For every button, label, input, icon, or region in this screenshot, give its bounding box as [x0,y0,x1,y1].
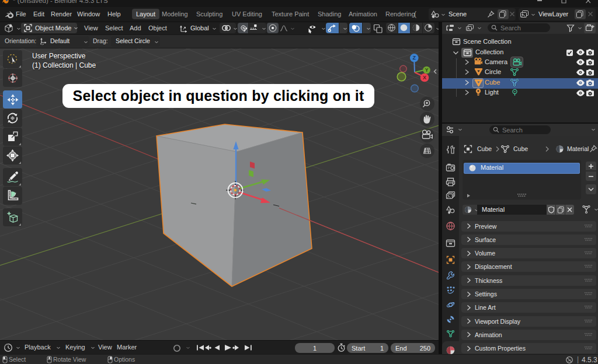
svg-text:Y: Y [425,67,429,73]
svg-text:Z: Z [413,55,416,61]
svg-text:X: X [423,75,426,80]
